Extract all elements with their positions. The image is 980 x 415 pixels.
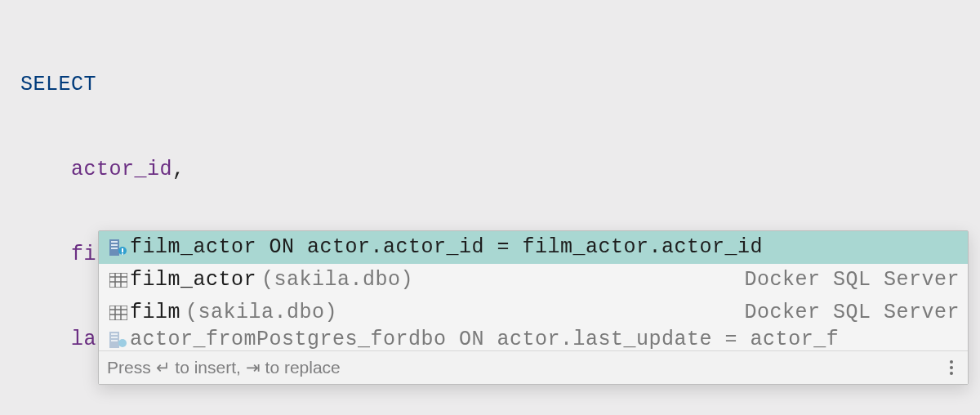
autocomplete-source: Docker SQL Server: [744, 268, 960, 292]
autocomplete-popup: film_actor ON actor.actor_id = film_acto…: [98, 230, 969, 385]
autocomplete-item[interactable]: film (sakila.dbo) Docker SQL Server: [99, 297, 968, 329]
code-line: FROM actor: [20, 407, 960, 415]
autocomplete-label: film_actor ON actor.actor_id = film_acto…: [130, 235, 763, 260]
svg-rect-3: [111, 248, 118, 249]
autocomplete-label: film: [130, 301, 180, 325]
autocomplete-item[interactable]: film_actor ON actor.actor_id = film_acto…: [99, 231, 968, 264]
svg-rect-7: [109, 273, 127, 288]
code-line: SELECT: [20, 67, 960, 103]
code-line: actor_id,: [20, 152, 960, 188]
svg-rect-5: [122, 248, 123, 252]
svg-point-6: [122, 253, 123, 255]
svg-rect-20: [111, 340, 118, 341]
comma: ,: [172, 158, 185, 182]
table-icon: [107, 306, 130, 320]
join-clause-icon: [107, 332, 130, 348]
svg-rect-19: [111, 337, 118, 338]
autocomplete-label: film_actor: [130, 268, 256, 292]
svg-rect-12: [109, 306, 127, 320]
svg-rect-18: [111, 333, 118, 335]
svg-point-21: [118, 339, 127, 347]
autocomplete-schema: (sakila.dbo): [261, 268, 413, 292]
autocomplete-item[interactable]: actor_fromPostgres_fordbo ON actor.last_…: [99, 329, 968, 350]
autocomplete-item[interactable]: film_actor (sakila.dbo) Docker SQL Serve…: [99, 264, 968, 297]
more-options-icon[interactable]: [943, 360, 960, 375]
hint-text: Press ↵ to insert, ⇥ to replace: [107, 357, 943, 377]
keyword-select: SELECT: [20, 73, 96, 97]
autocomplete-schema: (sakila.dbo): [185, 301, 337, 325]
table-icon: [107, 273, 130, 288]
autocomplete-source: Docker SQL Server: [744, 301, 960, 325]
column-actor-id: actor_id: [71, 158, 172, 182]
autocomplete-hint-bar: Press ↵ to insert, ⇥ to replace: [99, 350, 968, 384]
svg-rect-2: [111, 244, 118, 246]
svg-rect-1: [111, 241, 118, 243]
join-clause-icon: [107, 239, 130, 256]
autocomplete-label: actor_fromPostgres_fordbo ON actor.last_…: [130, 329, 839, 350]
